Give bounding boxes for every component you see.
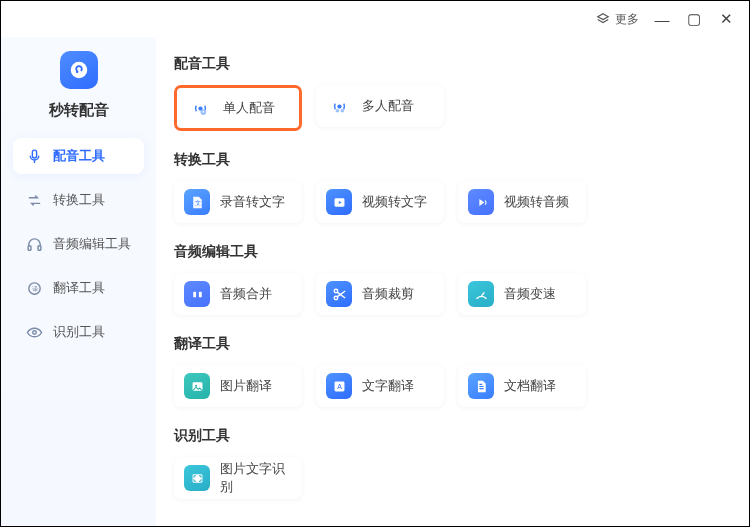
tile-label: 文字翻译 xyxy=(362,377,414,395)
svg-rect-3 xyxy=(28,245,31,249)
svg-text:译: 译 xyxy=(31,285,37,291)
section-title: 音频编辑工具 xyxy=(174,243,727,261)
merge-icon xyxy=(184,281,210,307)
sidebar-item-translate[interactable]: 译 翻译工具 xyxy=(13,270,144,306)
app-window: 更多 — ▢ ✕ 秒转配音 配音工具 xyxy=(1,1,749,526)
sidebar-item-label: 配音工具 xyxy=(53,147,105,165)
tile-text-translate[interactable]: A 文字翻译 xyxy=(316,365,444,407)
svg-rect-2 xyxy=(32,150,36,158)
audio-text-icon: 文 xyxy=(184,189,210,215)
section-title: 转换工具 xyxy=(174,151,727,169)
app-name: 秒转配音 xyxy=(49,101,109,120)
svg-point-0 xyxy=(70,62,87,79)
tile-audio-speed[interactable]: 音频变速 xyxy=(458,273,586,315)
sidebar-item-label: 转换工具 xyxy=(53,191,105,209)
scissors-icon xyxy=(326,281,352,307)
tile-label: 单人配音 xyxy=(223,99,275,117)
tile-row: 图片文字识别 xyxy=(174,457,727,499)
sidebar-item-label: 翻译工具 xyxy=(53,279,105,297)
ocr-icon xyxy=(184,465,210,491)
mic-icon xyxy=(25,147,43,165)
svg-rect-16 xyxy=(193,291,196,297)
section-dubbing: 配音工具 单人配音 多人配音 xyxy=(174,55,727,131)
speed-icon xyxy=(468,281,494,307)
titlebar: 更多 — ▢ ✕ xyxy=(1,1,749,37)
sidebar: 秒转配音 配音工具 转换工具 xyxy=(1,37,156,526)
tile-label: 音频裁剪 xyxy=(362,285,414,303)
more-button[interactable]: 更多 xyxy=(596,11,639,28)
translate-icon: 译 xyxy=(25,279,43,297)
tile-image-ocr[interactable]: 图片文字识别 xyxy=(174,457,302,499)
close-button[interactable]: ✕ xyxy=(717,10,735,28)
body: 秒转配音 配音工具 转换工具 xyxy=(1,37,749,526)
tile-doc-translate[interactable]: 文档翻译 xyxy=(458,365,586,407)
main-content: 配音工具 单人配音 多人配音 xyxy=(156,37,749,526)
svg-point-19 xyxy=(334,296,338,300)
minimize-button[interactable]: — xyxy=(653,11,671,28)
sidebar-item-recognize[interactable]: 识别工具 xyxy=(13,314,144,350)
svg-rect-4 xyxy=(38,245,41,249)
svg-rect-17 xyxy=(198,291,201,297)
section-title: 配音工具 xyxy=(174,55,727,73)
tile-label: 图片文字识别 xyxy=(220,460,292,496)
tile-label: 图片翻译 xyxy=(220,377,272,395)
sidebar-item-convert[interactable]: 转换工具 xyxy=(13,182,144,218)
tile-label: 音频变速 xyxy=(504,285,556,303)
tile-label: 文档翻译 xyxy=(504,377,556,395)
tile-single-dubbing[interactable]: 单人配音 xyxy=(174,85,302,131)
section-recognize: 识别工具 图片文字识别 xyxy=(174,427,727,499)
video-text-icon xyxy=(326,189,352,215)
stack-icon xyxy=(596,12,610,26)
section-title: 识别工具 xyxy=(174,427,727,445)
broadcast-icon xyxy=(187,95,213,121)
tile-audio-trim[interactable]: 音频裁剪 xyxy=(316,273,444,315)
sidebar-item-label: 音频编辑工具 xyxy=(53,235,131,253)
tile-audio-merge[interactable]: 音频合并 xyxy=(174,273,302,315)
doc-translate-icon xyxy=(468,373,494,399)
logo-icon xyxy=(68,59,90,81)
broadcast-multi-icon xyxy=(326,93,352,119)
app-logo xyxy=(60,51,98,89)
section-translate: 翻译工具 图片翻译 A 文字翻译 xyxy=(174,335,727,407)
image-translate-icon xyxy=(184,373,210,399)
headphones-icon xyxy=(25,235,43,253)
sidebar-item-dubbing[interactable]: 配音工具 xyxy=(13,138,144,174)
section-convert: 转换工具 文 录音转文字 视频转文字 xyxy=(174,151,727,223)
tile-row: 音频合并 音频裁剪 音频变速 xyxy=(174,273,727,315)
tile-row: 图片翻译 A 文字翻译 文档翻译 xyxy=(174,365,727,407)
tile-audio-to-text[interactable]: 文 录音转文字 xyxy=(174,181,302,223)
convert-icon xyxy=(25,191,43,209)
tile-multi-dubbing[interactable]: 多人配音 xyxy=(316,85,444,127)
tile-label: 音频合并 xyxy=(220,285,272,303)
svg-point-12 xyxy=(340,108,344,112)
maximize-button[interactable]: ▢ xyxy=(685,10,703,28)
tile-image-translate[interactable]: 图片翻译 xyxy=(174,365,302,407)
sidebar-nav: 配音工具 转换工具 音频编辑工具 译 xyxy=(13,138,144,350)
svg-point-1 xyxy=(75,71,78,74)
svg-text:A: A xyxy=(337,383,342,391)
tile-label: 多人配音 xyxy=(362,97,414,115)
tile-video-to-text[interactable]: 视频转文字 xyxy=(316,181,444,223)
sidebar-item-audio-edit[interactable]: 音频编辑工具 xyxy=(13,226,144,262)
tile-label: 视频转音频 xyxy=(504,193,569,211)
tile-row: 单人配音 多人配音 xyxy=(174,85,727,131)
video-audio-icon xyxy=(468,189,494,215)
svg-point-18 xyxy=(334,289,338,293)
section-audio-edit: 音频编辑工具 音频合并 音频裁剪 xyxy=(174,243,727,315)
tile-label: 录音转文字 xyxy=(220,193,285,211)
svg-point-7 xyxy=(32,330,36,334)
text-translate-icon: A xyxy=(326,373,352,399)
section-title: 翻译工具 xyxy=(174,335,727,353)
svg-point-10 xyxy=(337,104,341,108)
tile-label: 视频转文字 xyxy=(362,193,427,211)
sidebar-item-label: 识别工具 xyxy=(53,323,105,341)
tile-video-to-audio[interactable]: 视频转音频 xyxy=(458,181,586,223)
svg-point-11 xyxy=(335,108,339,112)
tile-row: 文 录音转文字 视频转文字 视频转音频 xyxy=(174,181,727,223)
eye-icon xyxy=(25,323,43,341)
svg-text:文: 文 xyxy=(194,199,200,206)
more-label: 更多 xyxy=(615,11,639,28)
